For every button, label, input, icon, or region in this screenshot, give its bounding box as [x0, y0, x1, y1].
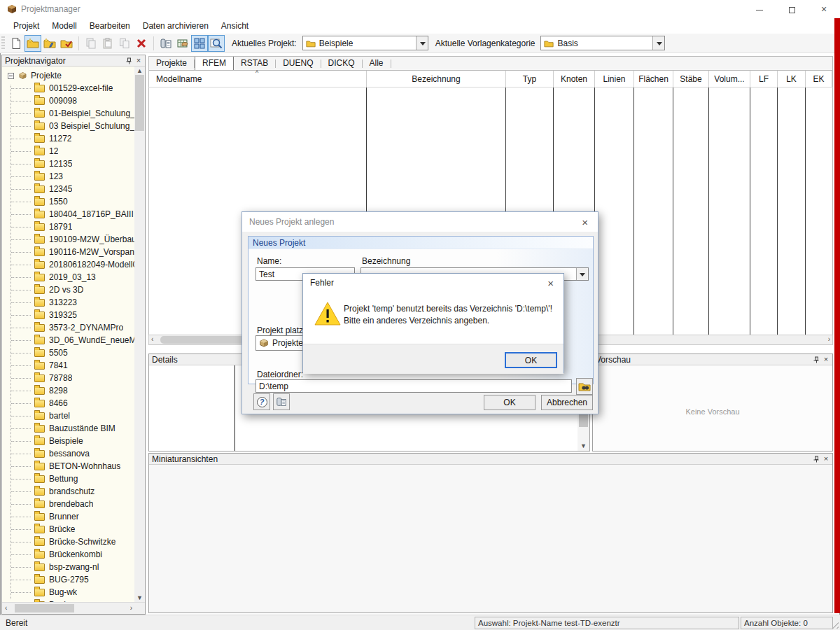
menu-modell[interactable]: Modell	[46, 19, 83, 33]
tree-item[interactable]: Beispiele	[2, 435, 134, 447]
tab-projekte[interactable]: Projekte	[149, 57, 194, 70]
tree-item[interactable]: 12	[2, 145, 134, 158]
column-modellname[interactable]: ^Modellname	[149, 71, 367, 87]
search-view-button[interactable]	[208, 35, 225, 52]
scrollbar-thumb[interactable]	[135, 75, 144, 131]
tree-item[interactable]: Brücke-Schwitzke	[2, 536, 134, 548]
menu-daten-archivieren[interactable]: Daten archivieren	[136, 19, 215, 33]
copy-button[interactable]	[83, 35, 99, 52]
tree-item[interactable]: BETON-Wohnhaus	[2, 460, 134, 472]
tab-rfem[interactable]: RFEM	[195, 57, 234, 70]
new-project-button[interactable]	[24, 35, 41, 52]
tree-item[interactable]: brendebach	[2, 498, 134, 510]
minimize-button[interactable]	[743, 0, 776, 18]
apply-template-button[interactable]	[273, 393, 290, 410]
tree-item[interactable]: bessanova	[2, 447, 134, 460]
tree-item[interactable]: 2D vs 3D	[2, 284, 134, 296]
close-icon[interactable]: ×	[545, 277, 556, 289]
column-flaechen[interactable]: Flächen	[634, 71, 673, 87]
column-bezeichnung[interactable]: Bezeichnung	[367, 71, 506, 87]
collapse-icon[interactable]	[8, 73, 14, 79]
scrollbar-thumb[interactable]	[15, 604, 74, 612]
scroll-left-icon[interactable]: ‹	[151, 335, 153, 343]
tree-item[interactable]: 8466	[2, 397, 134, 410]
ok-button[interactable]: OK	[505, 352, 557, 368]
tree-item[interactable]: 190116-M2W_Vorspanne	[2, 246, 134, 258]
scroll-right-icon[interactable]: ›	[130, 604, 132, 612]
pin-icon[interactable]	[811, 355, 821, 364]
dropdown-arrow-icon[interactable]	[416, 36, 428, 50]
scroll-up-icon[interactable]: ▲	[134, 67, 145, 74]
tree-item[interactable]: Bug-wk	[2, 586, 134, 598]
tree-item[interactable]: 18791	[2, 220, 134, 233]
tree-item[interactable]: 12345	[2, 183, 134, 195]
current-project-combo[interactable]: Beispiele	[302, 36, 428, 50]
import-button[interactable]	[158, 35, 174, 52]
tree-item[interactable]: 123	[2, 170, 134, 183]
tab-alle[interactable]: Alle	[363, 57, 391, 70]
scroll-down-icon[interactable]: ▼	[578, 442, 589, 449]
pin-icon[interactable]	[811, 454, 821, 463]
tree-item[interactable]: 3573-2_DYNAMPro	[2, 321, 134, 334]
tree-item[interactable]: 5505	[2, 346, 134, 359]
cancel-button[interactable]: Abbrechen	[541, 395, 593, 410]
close-icon[interactable]: ×	[821, 454, 831, 463]
menu-projekt[interactable]: Projekt	[7, 19, 46, 33]
close-button[interactable]: ×	[808, 0, 840, 18]
edit-project-button[interactable]	[41, 35, 58, 52]
tree-item[interactable]: Brücke	[2, 523, 134, 536]
tree-item[interactable]: 7841	[2, 359, 134, 372]
tree-horizontal-scrollbar[interactable]: ‹ ›	[2, 602, 145, 614]
dropdown-arrow-icon[interactable]	[576, 268, 588, 280]
tree-item[interactable]: Bauzustände BIM	[2, 422, 134, 435]
scroll-right-icon[interactable]: ›	[828, 335, 830, 343]
dialog-title-bar[interactable]: Neues Projekt anlegen ×	[242, 212, 598, 232]
tree-item[interactable]: 001529-excel-file	[2, 82, 134, 94]
tree-item[interactable]: bsp-zwang-nl	[2, 561, 134, 573]
ok-button[interactable]: OK	[484, 395, 536, 410]
tree-vertical-scrollbar[interactable]: ▲ ▼	[134, 66, 145, 602]
folder-input[interactable]: D:\temp	[255, 379, 572, 393]
tree-item[interactable]: 190109-M2W_Überbauu	[2, 233, 134, 246]
grid-view-button[interactable]	[191, 35, 208, 52]
column-knoten[interactable]: Knoten	[554, 71, 595, 87]
tab-dickq[interactable]: DICKQ	[321, 57, 362, 70]
tab-duenq[interactable]: DUENQ	[276, 57, 320, 70]
scroll-down-icon[interactable]: ▼	[134, 594, 145, 601]
close-icon[interactable]: ×	[821, 355, 831, 364]
template-category-combo[interactable]: Basis	[540, 36, 665, 50]
column-volumen[interactable]: Volum...	[709, 71, 750, 87]
tree-item[interactable]: 313223	[2, 296, 134, 309]
tree-item[interactable]: 03 Beispiel_Schulung_Rip	[2, 120, 134, 132]
column-staebe[interactable]: Stäbe	[673, 71, 709, 87]
export-table-button[interactable]	[174, 35, 191, 52]
dialog-title-bar[interactable]: Fehler ×	[303, 274, 564, 292]
column-linien[interactable]: Linien	[595, 71, 634, 87]
close-icon[interactable]: ×	[579, 216, 591, 228]
tree-item[interactable]: bartel	[2, 410, 134, 422]
column-typ[interactable]: Typ	[506, 71, 554, 87]
column-lk[interactable]: LK	[778, 71, 806, 87]
close-icon[interactable]: ×	[134, 56, 144, 65]
tree-root[interactable]: Projekte	[2, 69, 134, 82]
tree-item[interactable]: 201806182049-Modell030	[2, 258, 134, 271]
tree-item[interactable]: Bettung	[2, 472, 134, 485]
archive-project-button[interactable]	[58, 35, 75, 52]
menu-bearbeiten[interactable]: Bearbeiten	[83, 19, 136, 33]
tree-item[interactable]: 01-Beispiel_Schulung_Rip	[2, 107, 134, 120]
tree-item[interactable]: 319325	[2, 309, 134, 321]
tree-item[interactable]: 78788	[2, 372, 134, 384]
column-lf[interactable]: LF	[750, 71, 778, 87]
pin-icon[interactable]	[124, 56, 134, 65]
tree-item[interactable]: Brückenkombi	[2, 548, 134, 561]
duplicate-button[interactable]	[116, 35, 133, 52]
tree-item[interactable]: brandschutz	[2, 485, 134, 498]
tree-item[interactable]: BUG-2795	[2, 573, 134, 586]
menu-ansicht[interactable]: Ansicht	[215, 19, 255, 33]
scroll-left-icon[interactable]: ‹	[5, 604, 7, 612]
paste-button[interactable]	[99, 35, 116, 52]
tree-item[interactable]: 3D_06_WundE_neueMez	[2, 334, 134, 346]
toolbar-grip[interactable]	[1, 36, 5, 50]
tree-item[interactable]: 2019_03_13	[2, 271, 134, 284]
maximize-button[interactable]	[776, 0, 808, 18]
